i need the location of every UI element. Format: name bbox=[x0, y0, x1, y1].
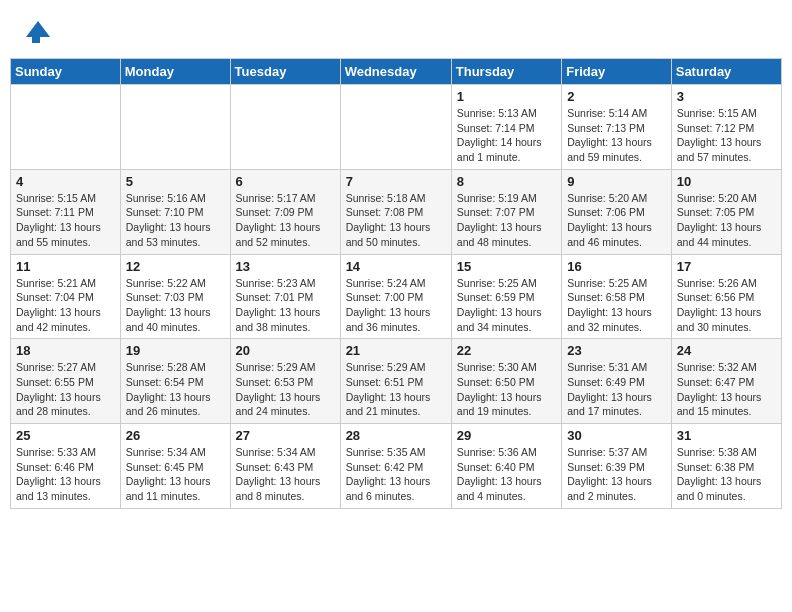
day-number: 9 bbox=[567, 174, 666, 189]
day-info: Sunrise: 5:14 AM Sunset: 7:13 PM Dayligh… bbox=[567, 106, 666, 165]
day-number: 6 bbox=[236, 174, 335, 189]
calendar-cell: 23Sunrise: 5:31 AM Sunset: 6:49 PM Dayli… bbox=[562, 339, 672, 424]
day-info: Sunrise: 5:18 AM Sunset: 7:08 PM Dayligh… bbox=[346, 191, 446, 250]
day-info: Sunrise: 5:36 AM Sunset: 6:40 PM Dayligh… bbox=[457, 445, 556, 504]
day-info: Sunrise: 5:15 AM Sunset: 7:11 PM Dayligh… bbox=[16, 191, 115, 250]
day-info: Sunrise: 5:24 AM Sunset: 7:00 PM Dayligh… bbox=[346, 276, 446, 335]
logo-icon bbox=[22, 15, 50, 43]
day-number: 20 bbox=[236, 343, 335, 358]
day-number: 26 bbox=[126, 428, 225, 443]
day-info: Sunrise: 5:23 AM Sunset: 7:01 PM Dayligh… bbox=[236, 276, 335, 335]
calendar-cell: 25Sunrise: 5:33 AM Sunset: 6:46 PM Dayli… bbox=[11, 424, 121, 509]
weekday-header: Sunday bbox=[11, 59, 121, 85]
calendar-cell: 9Sunrise: 5:20 AM Sunset: 7:06 PM Daylig… bbox=[562, 169, 672, 254]
day-number: 3 bbox=[677, 89, 776, 104]
day-number: 23 bbox=[567, 343, 666, 358]
day-info: Sunrise: 5:20 AM Sunset: 7:06 PM Dayligh… bbox=[567, 191, 666, 250]
day-info: Sunrise: 5:38 AM Sunset: 6:38 PM Dayligh… bbox=[677, 445, 776, 504]
day-info: Sunrise: 5:32 AM Sunset: 6:47 PM Dayligh… bbox=[677, 360, 776, 419]
calendar-cell bbox=[11, 85, 121, 170]
calendar-week-row: 1Sunrise: 5:13 AM Sunset: 7:14 PM Daylig… bbox=[11, 85, 782, 170]
day-info: Sunrise: 5:37 AM Sunset: 6:39 PM Dayligh… bbox=[567, 445, 666, 504]
day-info: Sunrise: 5:26 AM Sunset: 6:56 PM Dayligh… bbox=[677, 276, 776, 335]
day-info: Sunrise: 5:13 AM Sunset: 7:14 PM Dayligh… bbox=[457, 106, 556, 165]
calendar-cell: 30Sunrise: 5:37 AM Sunset: 6:39 PM Dayli… bbox=[562, 424, 672, 509]
calendar-week-row: 4Sunrise: 5:15 AM Sunset: 7:11 PM Daylig… bbox=[11, 169, 782, 254]
calendar-cell: 10Sunrise: 5:20 AM Sunset: 7:05 PM Dayli… bbox=[671, 169, 781, 254]
calendar-cell: 2Sunrise: 5:14 AM Sunset: 7:13 PM Daylig… bbox=[562, 85, 672, 170]
weekday-header: Thursday bbox=[451, 59, 561, 85]
calendar-cell: 18Sunrise: 5:27 AM Sunset: 6:55 PM Dayli… bbox=[11, 339, 121, 424]
day-info: Sunrise: 5:17 AM Sunset: 7:09 PM Dayligh… bbox=[236, 191, 335, 250]
day-number: 5 bbox=[126, 174, 225, 189]
weekday-header: Saturday bbox=[671, 59, 781, 85]
logo bbox=[20, 15, 50, 43]
day-number: 18 bbox=[16, 343, 115, 358]
weekday-header: Friday bbox=[562, 59, 672, 85]
calendar-cell: 12Sunrise: 5:22 AM Sunset: 7:03 PM Dayli… bbox=[120, 254, 230, 339]
calendar-cell: 29Sunrise: 5:36 AM Sunset: 6:40 PM Dayli… bbox=[451, 424, 561, 509]
day-info: Sunrise: 5:19 AM Sunset: 7:07 PM Dayligh… bbox=[457, 191, 556, 250]
day-number: 7 bbox=[346, 174, 446, 189]
calendar-cell: 15Sunrise: 5:25 AM Sunset: 6:59 PM Dayli… bbox=[451, 254, 561, 339]
calendar-cell: 4Sunrise: 5:15 AM Sunset: 7:11 PM Daylig… bbox=[11, 169, 121, 254]
weekday-header: Tuesday bbox=[230, 59, 340, 85]
calendar-cell: 3Sunrise: 5:15 AM Sunset: 7:12 PM Daylig… bbox=[671, 85, 781, 170]
day-info: Sunrise: 5:16 AM Sunset: 7:10 PM Dayligh… bbox=[126, 191, 225, 250]
weekday-header: Wednesday bbox=[340, 59, 451, 85]
calendar-cell: 24Sunrise: 5:32 AM Sunset: 6:47 PM Dayli… bbox=[671, 339, 781, 424]
day-info: Sunrise: 5:15 AM Sunset: 7:12 PM Dayligh… bbox=[677, 106, 776, 165]
day-number: 11 bbox=[16, 259, 115, 274]
day-number: 12 bbox=[126, 259, 225, 274]
day-info: Sunrise: 5:34 AM Sunset: 6:43 PM Dayligh… bbox=[236, 445, 335, 504]
day-number: 17 bbox=[677, 259, 776, 274]
calendar-cell: 21Sunrise: 5:29 AM Sunset: 6:51 PM Dayli… bbox=[340, 339, 451, 424]
calendar-cell bbox=[230, 85, 340, 170]
calendar-cell: 11Sunrise: 5:21 AM Sunset: 7:04 PM Dayli… bbox=[11, 254, 121, 339]
day-number: 13 bbox=[236, 259, 335, 274]
day-number: 29 bbox=[457, 428, 556, 443]
day-number: 22 bbox=[457, 343, 556, 358]
day-number: 31 bbox=[677, 428, 776, 443]
day-number: 30 bbox=[567, 428, 666, 443]
page-header bbox=[10, 10, 782, 48]
day-info: Sunrise: 5:29 AM Sunset: 6:51 PM Dayligh… bbox=[346, 360, 446, 419]
calendar-cell: 5Sunrise: 5:16 AM Sunset: 7:10 PM Daylig… bbox=[120, 169, 230, 254]
calendar-cell: 28Sunrise: 5:35 AM Sunset: 6:42 PM Dayli… bbox=[340, 424, 451, 509]
calendar-week-row: 25Sunrise: 5:33 AM Sunset: 6:46 PM Dayli… bbox=[11, 424, 782, 509]
day-number: 28 bbox=[346, 428, 446, 443]
day-number: 2 bbox=[567, 89, 666, 104]
calendar-cell: 13Sunrise: 5:23 AM Sunset: 7:01 PM Dayli… bbox=[230, 254, 340, 339]
calendar-cell: 17Sunrise: 5:26 AM Sunset: 6:56 PM Dayli… bbox=[671, 254, 781, 339]
day-number: 15 bbox=[457, 259, 556, 274]
calendar-cell: 27Sunrise: 5:34 AM Sunset: 6:43 PM Dayli… bbox=[230, 424, 340, 509]
day-number: 4 bbox=[16, 174, 115, 189]
calendar-cell bbox=[340, 85, 451, 170]
calendar-cell: 8Sunrise: 5:19 AM Sunset: 7:07 PM Daylig… bbox=[451, 169, 561, 254]
day-info: Sunrise: 5:33 AM Sunset: 6:46 PM Dayligh… bbox=[16, 445, 115, 504]
calendar-header-row: SundayMondayTuesdayWednesdayThursdayFrid… bbox=[11, 59, 782, 85]
day-info: Sunrise: 5:21 AM Sunset: 7:04 PM Dayligh… bbox=[16, 276, 115, 335]
calendar-cell: 31Sunrise: 5:38 AM Sunset: 6:38 PM Dayli… bbox=[671, 424, 781, 509]
day-number: 27 bbox=[236, 428, 335, 443]
calendar-week-row: 11Sunrise: 5:21 AM Sunset: 7:04 PM Dayli… bbox=[11, 254, 782, 339]
day-number: 16 bbox=[567, 259, 666, 274]
day-info: Sunrise: 5:31 AM Sunset: 6:49 PM Dayligh… bbox=[567, 360, 666, 419]
day-number: 19 bbox=[126, 343, 225, 358]
day-info: Sunrise: 5:25 AM Sunset: 6:58 PM Dayligh… bbox=[567, 276, 666, 335]
day-number: 14 bbox=[346, 259, 446, 274]
calendar-cell: 20Sunrise: 5:29 AM Sunset: 6:53 PM Dayli… bbox=[230, 339, 340, 424]
day-info: Sunrise: 5:22 AM Sunset: 7:03 PM Dayligh… bbox=[126, 276, 225, 335]
day-info: Sunrise: 5:34 AM Sunset: 6:45 PM Dayligh… bbox=[126, 445, 225, 504]
calendar-cell: 14Sunrise: 5:24 AM Sunset: 7:00 PM Dayli… bbox=[340, 254, 451, 339]
svg-marker-0 bbox=[26, 21, 50, 43]
calendar-cell: 16Sunrise: 5:25 AM Sunset: 6:58 PM Dayli… bbox=[562, 254, 672, 339]
day-number: 21 bbox=[346, 343, 446, 358]
calendar-cell: 7Sunrise: 5:18 AM Sunset: 7:08 PM Daylig… bbox=[340, 169, 451, 254]
day-number: 10 bbox=[677, 174, 776, 189]
day-info: Sunrise: 5:30 AM Sunset: 6:50 PM Dayligh… bbox=[457, 360, 556, 419]
day-info: Sunrise: 5:29 AM Sunset: 6:53 PM Dayligh… bbox=[236, 360, 335, 419]
day-info: Sunrise: 5:25 AM Sunset: 6:59 PM Dayligh… bbox=[457, 276, 556, 335]
calendar-cell bbox=[120, 85, 230, 170]
calendar-cell: 6Sunrise: 5:17 AM Sunset: 7:09 PM Daylig… bbox=[230, 169, 340, 254]
